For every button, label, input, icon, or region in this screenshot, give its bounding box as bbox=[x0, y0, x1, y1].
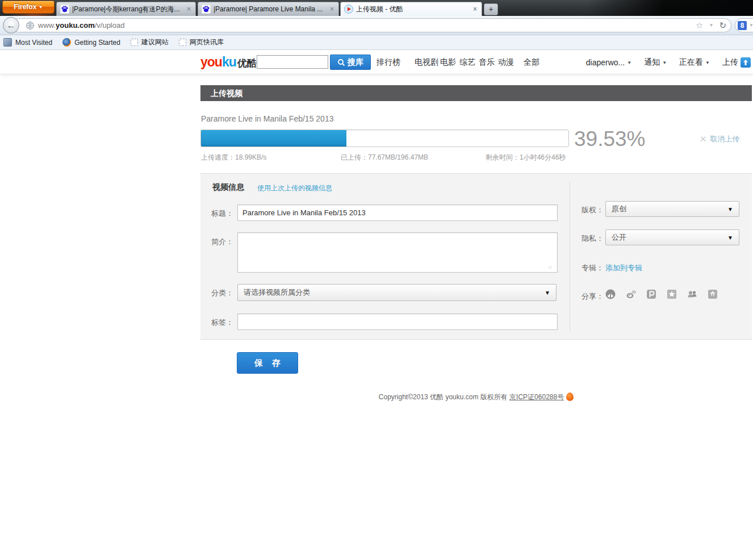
pengyou-icon[interactable] bbox=[646, 289, 656, 299]
save-button[interactable]: 保 存 bbox=[237, 352, 298, 374]
description-textarea[interactable] bbox=[237, 232, 558, 273]
cancel-upload-label: 取消上传 bbox=[710, 134, 740, 144]
speed-label: 上传速度： bbox=[201, 153, 235, 161]
tab-title: 上传视频 - 优酷 bbox=[356, 5, 469, 14]
tab-paramore-kerrang[interactable]: |Paramore|今期kerrang有送P的海... × bbox=[56, 2, 196, 16]
nav-ranking[interactable]: 排行榜 bbox=[376, 57, 400, 68]
qq-friends-icon[interactable] bbox=[687, 289, 697, 299]
notifications-label: 通知 bbox=[644, 57, 660, 68]
cancel-x-icon: ✕ bbox=[700, 134, 707, 144]
cancel-upload-button[interactable]: ✕ 取消上传 bbox=[700, 134, 740, 144]
tab-title: |Paramore|今期kerrang有送P的海... bbox=[72, 5, 183, 14]
kaixin-icon[interactable] bbox=[708, 289, 718, 299]
navigation-toolbar: ← www.youku.com/v/upload ☆ ▼ ↻ 8 ▼ bbox=[0, 16, 753, 35]
search-engine-box[interactable]: 8 ▼ bbox=[735, 18, 753, 32]
renren-icon[interactable] bbox=[605, 289, 616, 299]
resize-grip-icon[interactable]: ⁙ bbox=[548, 265, 553, 270]
baidu-paw-icon bbox=[202, 5, 211, 14]
video-info-section: 视频信息 使用上次上传的视频信息 标题： 简介： ⁙ 分类： 请选择视频所属分类… bbox=[200, 173, 752, 340]
uploaded-value: 77.67MB/196.47MB bbox=[368, 153, 428, 161]
watching-menu[interactable]: 正在看▼ bbox=[679, 57, 710, 68]
uploading-video-title: Paramore Live in Manila Feb/15 2013 bbox=[201, 114, 333, 123]
upload-label: 上传 bbox=[722, 57, 738, 68]
uploaded-amount: 已上传：77.67MB/196.47MB bbox=[341, 153, 428, 162]
url-dropdown-icon[interactable]: ▼ bbox=[709, 23, 714, 28]
privacy-select[interactable]: 公开 ▼ bbox=[605, 229, 739, 245]
privacy-value: 公开 bbox=[612, 232, 626, 243]
speed-value: 18.99KB/s bbox=[235, 153, 266, 161]
icp-license-link[interactable]: 京ICP证060288号 bbox=[509, 393, 564, 401]
nav-anime[interactable]: 动漫 bbox=[498, 57, 514, 68]
close-icon[interactable]: × bbox=[329, 5, 335, 13]
site-search-button[interactable]: 搜库 bbox=[330, 55, 371, 70]
upload-link[interactable]: 上传 bbox=[722, 57, 751, 68]
most-visited-icon bbox=[3, 38, 12, 47]
nav-variety[interactable]: 综艺 bbox=[459, 57, 475, 68]
logo-chinese: 优酷 bbox=[237, 58, 257, 69]
bookmark-web-feeds[interactable]: 网页快讯库 bbox=[179, 37, 224, 47]
time-remaining: 剩余时间：1小时46分46秒 bbox=[486, 153, 566, 162]
category-value: 请选择视频所属分类 bbox=[244, 287, 310, 298]
reload-icon[interactable]: ↻ bbox=[719, 20, 726, 31]
baidu-paw-icon bbox=[60, 5, 69, 14]
close-icon[interactable]: × bbox=[186, 5, 192, 13]
nav-all[interactable]: 全部 bbox=[524, 57, 539, 68]
progress-percent: 39.53% bbox=[574, 127, 646, 151]
tags-input[interactable] bbox=[237, 314, 558, 330]
add-to-album-link[interactable]: 添加到专辑 bbox=[605, 263, 642, 273]
user-menu[interactable]: diaperwo...▼ bbox=[586, 58, 631, 67]
notifications-menu[interactable]: 通知▼ bbox=[644, 57, 667, 68]
logo-ku: ku bbox=[222, 55, 236, 69]
bookmark-getting-started[interactable]: Getting Started bbox=[62, 38, 120, 47]
page-footer: Copyright©2013 优酷 youku.com 版权所有 京ICP证06… bbox=[200, 392, 752, 402]
site-search-input[interactable] bbox=[257, 55, 328, 69]
upload-section-title: 上传视频 bbox=[211, 89, 242, 98]
video-info-title: 视频信息 bbox=[212, 182, 244, 193]
chevron-down-icon: ▼ bbox=[705, 60, 710, 65]
search-button-label: 搜库 bbox=[348, 57, 363, 68]
qzone-icon[interactable] bbox=[667, 289, 677, 299]
chevron-down-icon: ▼ bbox=[727, 235, 733, 241]
remaining-value: 1小时46分46秒 bbox=[520, 153, 566, 161]
share-label: 分享： bbox=[582, 291, 604, 302]
nav-music[interactable]: 音乐 bbox=[479, 57, 495, 68]
youku-logo[interactable]: youku优酷 bbox=[200, 55, 257, 70]
chevron-down-icon: ▼ bbox=[39, 5, 43, 10]
upload-arrow-icon bbox=[741, 57, 751, 68]
bookmark-suggested-sites[interactable]: 建议网站 bbox=[131, 37, 169, 47]
copyright-text: Copyright©2013 优酷 youku.com 版权所有 bbox=[379, 393, 509, 401]
youku-play-icon bbox=[344, 5, 353, 14]
title-input[interactable] bbox=[237, 204, 558, 221]
copyright-value: 原创 bbox=[612, 204, 626, 214]
url-bar[interactable]: www.youku.com/v/upload ☆ ▼ ↻ bbox=[11, 18, 731, 32]
tab-paramore-live-manila[interactable]: |Paramore| Paramore Live Manila ... × bbox=[198, 2, 339, 16]
url-path: /v/upload bbox=[95, 21, 125, 30]
back-button[interactable]: ← bbox=[3, 17, 19, 34]
reuse-last-info-link[interactable]: 使用上次上传的视频信息 bbox=[257, 183, 332, 193]
bookmarks-toolbar: Most Visited Getting Started 建议网站 网页快讯库 bbox=[0, 35, 753, 50]
uploaded-label: 已上传： bbox=[341, 153, 368, 161]
firefox-menu-button[interactable]: Firefox ▼ bbox=[2, 1, 55, 14]
window-titlebar: Firefox ▼ |Paramore|今期kerrang有送P的海... × … bbox=[0, 0, 753, 16]
progress-bar-track bbox=[200, 129, 569, 147]
vertical-divider bbox=[570, 182, 570, 331]
category-label: 分类： bbox=[204, 288, 233, 298]
category-select[interactable]: 请选择视频所属分类 ▼ bbox=[237, 284, 557, 301]
bookmark-most-visited[interactable]: Most Visited bbox=[3, 38, 52, 47]
nav-movies[interactable]: 电影 bbox=[440, 57, 456, 68]
copyright-select[interactable]: 原创 ▼ bbox=[605, 201, 739, 217]
close-icon[interactable]: × bbox=[472, 5, 478, 13]
weibo-icon[interactable] bbox=[626, 289, 636, 299]
new-tab-button[interactable]: + bbox=[484, 3, 498, 15]
tab-upload-video-active[interactable]: 上传视频 - 优酷 × bbox=[340, 2, 482, 16]
bookmark-star-icon[interactable]: ☆ bbox=[696, 20, 703, 31]
logo-you: you bbox=[200, 55, 222, 69]
progress-bar-fill bbox=[201, 130, 346, 147]
url-domain: youku.com bbox=[56, 21, 95, 30]
upload-section-bar: 上传视频 bbox=[200, 85, 752, 101]
nav-tv-series[interactable]: 电视剧 bbox=[415, 57, 438, 68]
username: diaperwo... bbox=[586, 58, 625, 67]
chevron-down-icon: ▼ bbox=[727, 206, 733, 212]
search-engine-dropdown-icon[interactable]: ▼ bbox=[749, 23, 753, 28]
firefox-logo-icon bbox=[62, 38, 71, 47]
